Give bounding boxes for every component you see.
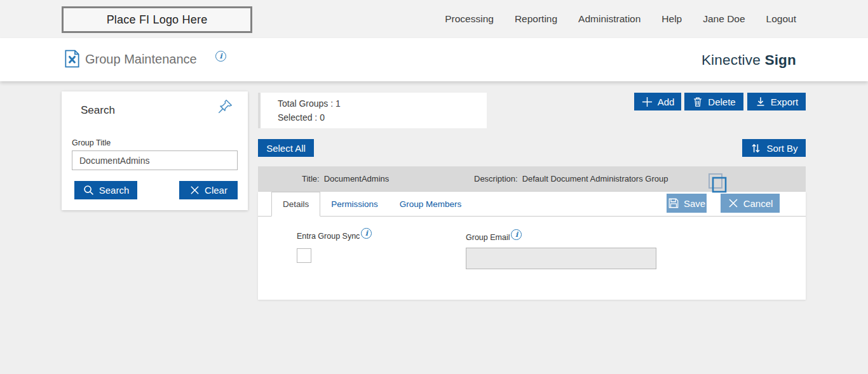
total-groups-count: Total Groups : 1 <box>278 98 487 109</box>
detail-tabbar: Details Permissions Group Members Save C… <box>258 192 806 217</box>
group-row-title: Title:DocumentAdmins <box>302 174 389 184</box>
page-title-info-icon[interactable]: i <box>215 51 226 62</box>
export-button-label: Export <box>771 97 798 107</box>
search-button[interactable]: Search <box>74 181 137 199</box>
cancel-button[interactable]: Cancel <box>721 194 780 213</box>
details-form: Entra Group Sync i Group Email i <box>258 217 806 299</box>
select-all-button[interactable]: Select All <box>258 139 314 157</box>
nav-item-user-jane-doe[interactable]: Jane Doe <box>703 13 745 25</box>
search-panel-title: Search <box>81 104 115 117</box>
group-detail-panel: Details Permissions Group Members Save C… <box>258 192 806 300</box>
pin-panel-icon[interactable] <box>216 98 234 116</box>
tab-group-members[interactable]: Group Members <box>389 192 473 216</box>
search-button-label: Search <box>99 185 130 196</box>
sort-arrows-icon <box>750 142 762 154</box>
tab-details[interactable]: Details <box>271 192 320 217</box>
group-email-info-icon[interactable]: i <box>511 229 522 240</box>
entra-group-sync-label: Entra Group Sync i <box>297 232 372 243</box>
download-icon <box>755 96 766 107</box>
cancel-button-label: Cancel <box>743 198 773 209</box>
fi-logo-placeholder: Place FI Logo Here <box>62 6 252 33</box>
search-panel: Search Group Title Search Clear <box>62 91 248 210</box>
delete-button[interactable]: Delete <box>684 93 743 110</box>
group-email-label: Group Email i <box>466 233 522 244</box>
trash-icon <box>692 96 703 107</box>
groups-summary: Total Groups : 1 Selected : 0 <box>261 93 487 128</box>
copy-group-icon[interactable] <box>707 173 729 194</box>
sort-by-button[interactable]: Sort By <box>742 139 806 157</box>
x-icon <box>189 185 200 196</box>
brand-logo: Kinective Sign <box>702 52 796 69</box>
save-button[interactable]: Save <box>667 194 707 213</box>
group-maintenance-page-icon <box>65 50 79 68</box>
top-bar: Place FI Logo Here Processing Reporting … <box>0 0 868 38</box>
x-icon <box>728 197 739 209</box>
select-all-label: Select All <box>266 143 306 154</box>
page-title: Group Maintenance <box>85 52 197 67</box>
floppy-disk-icon <box>668 197 679 209</box>
group-email-input <box>466 248 656 269</box>
add-button[interactable]: Add <box>634 93 681 110</box>
group-title-label: Group Title <box>72 138 111 147</box>
nav-item-logout[interactable]: Logout <box>766 13 796 25</box>
entra-group-sync-checkbox[interactable] <box>297 248 311 263</box>
magnifier-icon <box>83 184 95 196</box>
save-button-label: Save <box>684 198 705 209</box>
delete-button-label: Delete <box>708 97 735 107</box>
selected-count: Selected : 0 <box>278 112 487 123</box>
tab-permissions[interactable]: Permissions <box>320 192 389 216</box>
sort-by-label: Sort By <box>766 143 797 154</box>
nav-item-processing[interactable]: Processing <box>445 13 494 25</box>
entra-group-sync-info-icon[interactable]: i <box>361 228 372 239</box>
group-title-input[interactable] <box>72 150 238 170</box>
clear-button-label: Clear <box>205 185 227 196</box>
clear-button[interactable]: Clear <box>179 181 238 199</box>
nav-item-reporting[interactable]: Reporting <box>515 13 557 25</box>
main-nav: Processing Reporting Administration Help… <box>445 0 796 38</box>
group-row-description: Description:Default Document Administrat… <box>474 174 668 184</box>
plus-icon <box>641 96 653 108</box>
group-row-header[interactable]: Title:DocumentAdmins Description:Default… <box>258 166 806 192</box>
nav-item-help[interactable]: Help <box>661 13 682 25</box>
nav-item-administration[interactable]: Administration <box>578 13 641 25</box>
export-button[interactable]: Export <box>747 93 806 110</box>
add-button-label: Add <box>658 97 675 107</box>
